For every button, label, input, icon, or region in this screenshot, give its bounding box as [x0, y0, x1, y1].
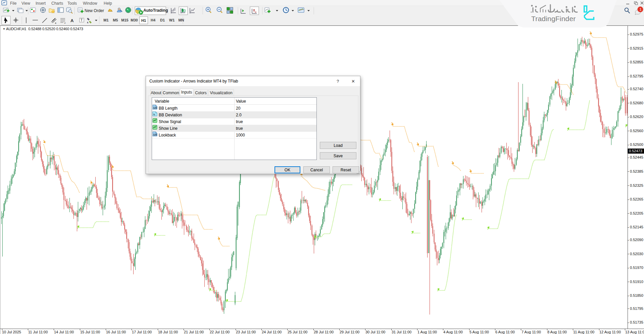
- svg-text:1: 1: [640, 7, 642, 11]
